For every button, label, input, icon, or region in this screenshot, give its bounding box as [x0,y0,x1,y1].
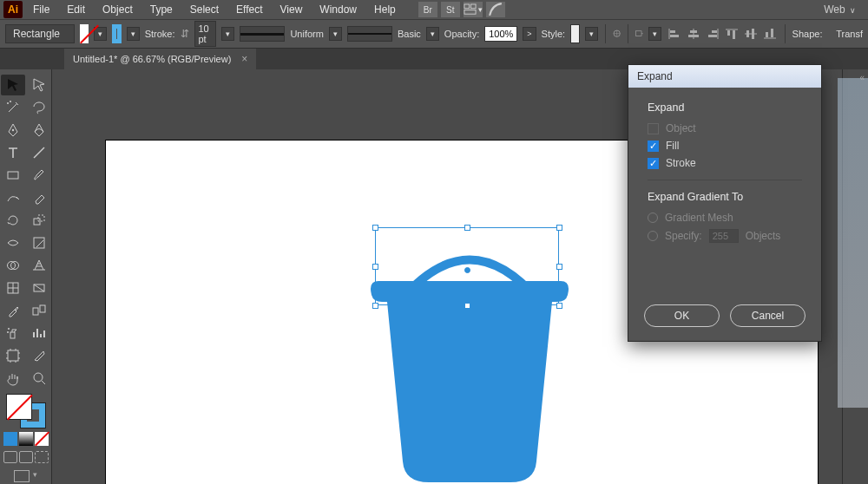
shape-builder-tool[interactable] [1,255,25,276]
collapsed-panels[interactable] [838,78,868,408]
menu-object[interactable]: Object [95,2,140,17]
opacity-input[interactable]: 100% [484,26,517,42]
screen-mode-icon[interactable] [14,470,30,482]
expand-stroke-row[interactable]: ✓ Stroke [648,157,802,169]
fill-stroke-indicator[interactable] [6,394,46,428]
variable-drop[interactable]: ▾ [329,27,342,41]
workspace-switcher[interactable]: Web ∨ [815,3,865,16]
variable-width-profile[interactable] [240,26,285,42]
workspace-label: Web [824,3,845,16]
type-tool[interactable] [1,142,25,163]
fill-swatch[interactable] [80,24,89,43]
fill-dropdown[interactable]: ▾ [94,27,107,41]
selection-handle-nw[interactable] [372,225,378,231]
rotate-tool[interactable] [1,210,25,231]
draw-inside-icon[interactable] [35,451,49,463]
selection-handle-w[interactable] [372,264,378,270]
gradient-tool[interactable] [27,278,51,298]
selection-handle-n[interactable] [464,225,470,231]
menu-effect[interactable]: Effect [229,2,269,17]
menu-view[interactable]: View [273,2,310,17]
align-to-drop[interactable]: ▾ [648,27,661,41]
graphic-style-swatch[interactable] [570,24,580,43]
link-icon[interactable]: ⇵ [181,25,189,43]
stroke-dropdown[interactable]: ▾ [127,27,140,41]
document-tab[interactable]: Untitled-1* @ 66.67% (RGB/Preview) × [64,49,256,69]
perspective-grid-tool[interactable] [27,255,51,276]
shaper-tool[interactable] [1,187,25,208]
brush-drop[interactable]: ▾ [426,27,439,41]
rectangle-tool[interactable] [1,165,25,186]
artboard-tool[interactable] [1,345,25,366]
arrange-docs-icon[interactable]: ▾ [464,2,483,17]
menu-select[interactable]: Select [183,2,226,17]
pen-tool[interactable] [1,120,25,141]
selection-bounds [375,227,559,305]
cancel-button[interactable]: Cancel [730,304,806,327]
lasso-tool[interactable] [27,97,51,118]
slice-tool[interactable] [27,345,51,366]
expand-panels-icon[interactable]: « [859,73,865,82]
paintbrush-tool[interactable] [27,165,51,186]
draw-normal-icon[interactable] [3,451,17,463]
color-mode-solid[interactable] [3,432,17,446]
column-graph-tool[interactable] [27,323,51,343]
stroke-swatch[interactable] [112,24,121,43]
selection-handle-e[interactable] [556,264,562,270]
brush-definition[interactable] [347,26,392,42]
color-mode-gradient[interactable] [19,432,33,446]
align-to-icon[interactable] [635,25,643,43]
opacity-drop[interactable]: > [523,27,536,41]
align-top-icon[interactable] [724,27,740,41]
selection-tool[interactable] [1,75,25,95]
dialog-titlebar[interactable]: Expand [628,65,821,88]
bridge-icon[interactable]: Br [418,2,437,17]
eyedropper-tool[interactable] [1,300,25,321]
selection-handle-se[interactable] [556,303,562,309]
eraser-tool[interactable] [27,187,51,208]
line-segment-tool[interactable] [27,142,51,163]
curvature-tool[interactable] [27,120,51,141]
blend-tool[interactable] [27,300,51,321]
close-tab-icon[interactable]: × [241,53,247,65]
selection-handle-ne[interactable] [556,225,562,231]
magic-wand-tool[interactable] [1,97,25,118]
width-tool[interactable] [1,232,25,253]
selection-handle-s[interactable] [464,303,470,309]
menu-help[interactable]: Help [367,2,403,17]
menu-edit[interactable]: Edit [60,2,92,17]
align-left-icon[interactable] [667,27,682,41]
recolor-icon[interactable] [613,25,621,43]
align-bottom-icon[interactable] [762,27,778,41]
right-panel-strip[interactable]: « [842,69,868,484]
stock-icon[interactable]: St [441,2,460,17]
free-transform-tool[interactable] [27,232,51,253]
menu-file[interactable]: File [26,2,56,17]
color-mode-none[interactable] [35,432,49,446]
menu-type[interactable]: Type [143,2,180,17]
shape-name[interactable]: Rectangle [5,24,75,43]
gpu-icon[interactable] [486,2,505,17]
expand-stroke-checkbox[interactable]: ✓ [648,158,659,169]
ok-button[interactable]: OK [644,304,720,327]
dialog-title: Expand [637,70,673,82]
menu-window[interactable]: Window [312,2,364,17]
scale-tool[interactable] [27,210,51,231]
align-right-icon[interactable] [705,27,720,41]
hand-tool[interactable] [1,368,25,389]
stroke-weight-drop[interactable]: ▾ [221,27,234,41]
style-drop[interactable]: ▾ [585,27,598,41]
direct-selection-tool[interactable] [27,75,51,95]
symbol-sprayer-tool[interactable] [1,323,25,343]
stroke-weight-input[interactable]: 10 pt [194,21,217,47]
align-vcenter-icon[interactable] [743,27,759,41]
expand-fill-checkbox[interactable]: ✓ [648,141,659,152]
draw-behind-icon[interactable] [19,451,33,463]
align-hcenter-icon[interactable] [686,27,701,41]
selection-center[interactable] [464,267,470,273]
zoom-tool[interactable] [27,368,51,389]
selection-handle-sw[interactable] [372,303,378,309]
expand-fill-row[interactable]: ✓ Fill [648,140,802,152]
mesh-tool[interactable] [1,278,25,298]
default-fill[interactable] [6,394,32,420]
